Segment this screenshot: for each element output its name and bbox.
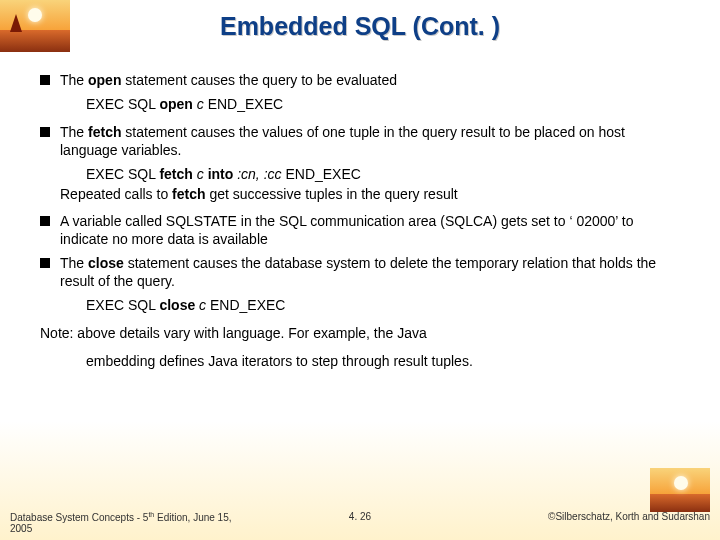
- it: c: [197, 166, 204, 182]
- footer: Database System Concepts - 5th Edition, …: [0, 511, 720, 534]
- kw-fetch: fetch: [88, 124, 121, 140]
- txt: END_EXEC: [206, 297, 285, 313]
- kw: open: [159, 96, 196, 112]
- txt: EXEC SQL: [86, 297, 159, 313]
- code-open: EXEC SQL open c END_EXEC: [86, 96, 680, 114]
- txt: statement causes the database system to …: [60, 255, 656, 289]
- top-left-image: [0, 0, 70, 52]
- txt: The: [60, 124, 88, 140]
- txt: get successive tuples in the query resul…: [206, 186, 458, 202]
- kw: into: [208, 166, 238, 182]
- kw: close: [159, 297, 199, 313]
- slide-title: Embedded SQL (Cont. ): [0, 0, 720, 41]
- bullet-open: The open statement causes the query to b…: [40, 72, 680, 90]
- txt: The: [60, 72, 88, 88]
- kw: fetch: [172, 186, 205, 202]
- note-line2: embedding defines Java iterators to step…: [86, 353, 680, 371]
- it: :cn, :cc: [237, 166, 281, 182]
- it: c: [197, 96, 204, 112]
- txt: statement causes the values of one tuple…: [60, 124, 625, 158]
- txt: Database System Concepts - 5: [10, 512, 148, 523]
- kw: fetch: [159, 166, 196, 182]
- code-close: EXEC SQL close c END_EXEC: [86, 297, 680, 315]
- footer-left: Database System Concepts - 5th Edition, …: [10, 511, 243, 534]
- bottom-right-image: [650, 468, 710, 512]
- kw-open: open: [88, 72, 121, 88]
- bullet-sqlstate: A variable called SQLSTATE in the SQL co…: [40, 213, 680, 249]
- bullet-fetch: The fetch statement causes the values of…: [40, 124, 680, 160]
- txt: EXEC SQL: [86, 166, 159, 182]
- txt: statement causes the query to be evaluat…: [121, 72, 397, 88]
- kw-close: close: [88, 255, 124, 271]
- note-line1: Note: above details vary with language. …: [40, 325, 680, 343]
- txt: END_EXEC: [204, 96, 283, 112]
- footer-page: 4. 26: [243, 511, 476, 534]
- fetch-note: Repeated calls to fetch get successive t…: [60, 186, 680, 204]
- bullet-close: The close statement causes the database …: [40, 255, 680, 291]
- txt: Repeated calls to: [60, 186, 172, 202]
- slide-body: The open statement causes the query to b…: [40, 72, 680, 371]
- txt: END_EXEC: [282, 166, 361, 182]
- txt: EXEC SQL: [86, 96, 159, 112]
- footer-right: ©Silberschatz, Korth and Sudarshan: [477, 511, 710, 534]
- txt: The: [60, 255, 88, 271]
- code-fetch: EXEC SQL fetch c into :cn, :cc END_EXEC: [86, 166, 680, 184]
